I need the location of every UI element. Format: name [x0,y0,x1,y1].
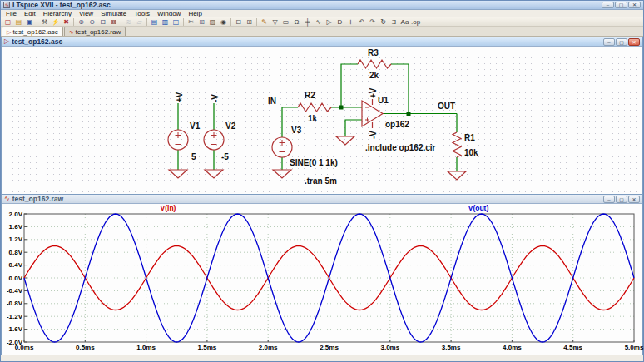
redo-icon[interactable]: ↷ [367,17,378,26]
plot-settings-icon[interactable]: ▱ [134,17,145,26]
y-tick-label: 2.0V [9,211,23,218]
text-icon[interactable]: Aa [399,17,410,26]
resistor-r1[interactable] [453,132,461,157]
v2-value[interactable]: -5 [221,152,229,161]
waveform-pane[interactable]: 0.0ms0.5ms1.0ms1.5ms2.0ms2.5ms3.0ms3.5ms… [2,204,642,355]
tile-vertical-icon[interactable]: ▥ [160,17,171,26]
v1-ref[interactable]: V1 [190,121,201,131]
rotate-icon[interactable]: ↻ [378,17,389,26]
r1-ref[interactable]: R1 [464,133,475,142]
find-icon[interactable]: ◉ [218,17,229,26]
resistor-icon[interactable]: Ω [291,17,302,26]
zoom-in-icon[interactable]: ⊕ [76,17,87,26]
waveform-restore-button[interactable]: ▢ [616,196,627,203]
waveform-close-button[interactable]: ✕ [628,196,640,203]
ground-symbol-v1[interactable] [169,170,187,178]
net-label-out[interactable]: OUT [438,102,455,111]
copy-icon[interactable]: ⊞ [196,17,207,26]
menu-tools[interactable]: Tools [131,10,153,17]
cascade-icon[interactable]: ◫ [171,17,181,26]
app-minimize-button[interactable]: – [602,2,614,8]
menu-edit[interactable]: Edit [21,10,39,17]
diode-icon[interactable]: ▷ [324,17,334,26]
cut-icon[interactable]: ✂ [186,17,196,26]
r3-ref[interactable]: R3 [368,48,379,57]
print-preview-icon[interactable]: ⊞ [244,17,255,26]
rail-label-v1[interactable]: +V [175,92,184,102]
waveform-minimize-button[interactable]: – [603,196,615,203]
toolbar-separator [73,18,74,26]
r3-value[interactable]: 2k [369,71,379,80]
menu-view[interactable]: View [76,10,97,17]
undo-icon[interactable]: ↶ [356,17,367,26]
tile-horizontal-icon[interactable]: ▤ [149,17,160,26]
waveform-plot: 0.0ms0.5ms1.0ms1.5ms2.0ms2.5ms3.0ms3.5ms… [2,204,644,352]
zoom-full-icon[interactable]: ⊠ [108,17,119,26]
u1-value[interactable]: op162 [385,120,409,129]
net-label-icon[interactable]: ▭ [280,17,291,26]
y-tick-label: 1.6V [9,223,23,231]
menu-simulate[interactable]: Simulate [97,10,130,17]
waveform-window-titlebar[interactable]: ∿ test_op162.raw – ▢ ✕ [2,195,642,204]
schematic-minimize-button[interactable]: – [603,38,615,46]
menu-window[interactable]: Window [154,10,184,17]
r2-ref[interactable]: R2 [305,91,315,100]
v1-value[interactable]: 5 [191,152,196,161]
capacitor-icon[interactable]: ╪ [302,17,313,26]
resistor-r3[interactable] [358,60,391,68]
app-maximize-button[interactable]: ▢ [615,2,627,8]
autorange-icon[interactable]: ≋ [123,17,134,26]
zoom-area-icon[interactable]: ⊡ [97,17,108,26]
move-icon[interactable]: ⊹ [345,17,356,26]
paste-icon[interactable]: ▨ [207,17,218,26]
halt-icon[interactable]: ✖ [61,17,72,26]
new-schematic-icon[interactable]: ▢ [2,17,13,26]
directive-include[interactable]: .include op162.cir [365,143,436,152]
open-icon[interactable]: ▤ [13,17,24,26]
wire-segments[interactable] [178,64,457,171]
tab-test_op162.asc[interactable]: ▷test_op162.asc [2,27,63,36]
schematic-canvas[interactable]: IN OUT V1 5 V2 -5 V3 SINE(0 1 1k) R2 1k … [2,47,642,195]
r1-value[interactable]: 10k [464,148,478,157]
schematic-window-titlebar[interactable]: ▷ test_op162.asc – ▢ ✕ [2,37,642,47]
legend-V(in)[interactable]: V(in) [161,204,176,212]
schematic-restore-button[interactable]: ▢ [616,38,627,46]
title-bar[interactable]: ∿ LTspice XVII - test_op162.asc – ▢ ✕ [1,1,643,10]
ground-symbol-opamp[interactable] [336,136,354,145]
schematic-window-icon: ▷ [4,38,9,45]
control-panel-icon[interactable]: ⚒ [39,17,50,26]
app-close-button[interactable]: ✕ [628,2,641,8]
rail-label-opamp-neg[interactable]: -V [369,131,378,139]
save-icon[interactable]: ▣ [24,17,35,26]
menu-file[interactable]: File [2,10,20,17]
ground-symbol-v2[interactable] [205,170,223,178]
rail-label-opamp-pos[interactable]: +V [369,87,378,98]
tab-test_op162.raw[interactable]: ∿test_op162.raw [64,27,126,36]
spice-directive-icon[interactable]: .op [410,17,421,26]
schematic-close-button[interactable]: ✕ [628,38,640,46]
resistor-r2[interactable] [298,103,331,112]
v3-ref[interactable]: V3 [291,126,302,135]
u1-ref[interactable]: U1 [378,96,389,105]
rail-label-v2[interactable]: -V [211,94,220,102]
legend-V(out)[interactable]: V(out) [468,204,489,212]
net-label-in[interactable]: IN [268,97,276,106]
ground-symbol-r1[interactable] [448,171,466,180]
zoom-out-icon[interactable]: ⊖ [87,17,97,26]
menu-hierarchy[interactable]: Hierarchy [40,10,75,17]
ground-symbol-v3[interactable] [273,170,291,178]
wire-icon[interactable]: ✎ [259,17,270,26]
ltspice-app-window: ∿ LTspice XVII - test_op162.asc – ▢ ✕ Fi… [0,0,644,362]
v3-value[interactable]: SINE(0 1 1k) [290,158,338,167]
inductor-icon[interactable]: ∿ [313,17,324,26]
print-icon[interactable]: ⊟ [233,17,244,26]
menu-help[interactable]: Help [185,10,205,17]
component-icon[interactable]: D [334,17,345,26]
ground-icon[interactable]: ▽ [270,17,280,26]
mirror-icon[interactable]: Ǝ [389,17,399,26]
trace-V(out)[interactable] [24,214,634,342]
directive-tran[interactable]: .tran 5m [305,176,337,186]
run-icon[interactable]: ⚡ [50,17,61,26]
v2-ref[interactable]: V2 [225,121,236,131]
r2-value[interactable]: 1k [308,114,318,123]
